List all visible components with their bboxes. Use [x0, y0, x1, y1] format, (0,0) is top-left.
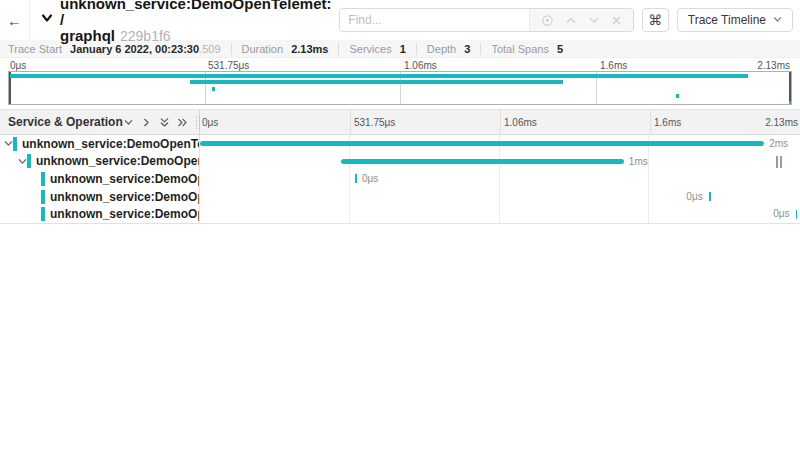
trace-page-header: ← unknown_service:DemoOpenTelemet: / gra… — [0, 0, 800, 40]
grid-line — [650, 110, 651, 134]
span-track[interactable]: 0μs — [200, 170, 797, 188]
summary-item-label: Depth — [427, 43, 459, 55]
summary-item-value: 3 — [464, 43, 470, 55]
span-service-name: unknown_service:DemoOpenTelemet — [36, 154, 200, 168]
service-color-bar — [41, 172, 45, 186]
tick-label: 0μs — [202, 117, 218, 128]
timeline-collapse-controls — [123, 117, 188, 128]
column-title: Service & Operation — [8, 115, 123, 129]
span-bar[interactable] — [355, 174, 357, 183]
minimap-tick-labels: 0μs531.75μs1.06ms1.6ms2.13ms — [8, 60, 792, 71]
summary-item: Total Spans 5 — [491, 43, 563, 55]
trace-collapse-toggle[interactable] — [40, 11, 54, 29]
span-row[interactable]: unknown_service:DemoOpenTelemet /gra… 2m… — [0, 135, 800, 153]
span-name-cell[interactable]: unknown_service:DemoOpenTele… — [0, 188, 200, 206]
span-bar[interactable] — [200, 141, 764, 146]
minimap-span-dot — [789, 101, 792, 105]
command-icon: ⌘ — [648, 12, 662, 28]
chevron-down-icon[interactable] — [18, 157, 27, 166]
span-service-name: unknown_service:DemoOpenTele… — [50, 207, 200, 221]
span-row[interactable]: unknown_service:DemoOpenTele… 0μs — [0, 170, 800, 188]
keyboard-shortcuts-button[interactable]: ⌘ — [642, 8, 669, 32]
span-bar[interactable] — [709, 192, 711, 201]
minimap-right-handle[interactable] — [789, 72, 791, 104]
service-color-bar — [41, 207, 45, 221]
back-arrow-icon: ← — [7, 12, 22, 29]
minimap-span-dot — [676, 94, 679, 98]
span-service-name: unknown_service:DemoOpenTele… — [50, 190, 200, 204]
minimap-span-dot — [212, 87, 215, 91]
minimap-canvas[interactable] — [8, 71, 792, 105]
expand-one-icon[interactable] — [141, 117, 152, 128]
tick-label: 531.75μs — [208, 60, 249, 71]
focus-icon[interactable] — [541, 14, 554, 27]
page-title: unknown_service:DemoOpenTelemet: / graph… — [60, 0, 339, 44]
span-rows: unknown_service:DemoOpenTelemet /gra… 2m… — [0, 135, 800, 224]
summary-item-label: Total Spans — [491, 43, 552, 55]
chevron-down-icon — [773, 13, 782, 27]
collapse-all-icon[interactable] — [159, 117, 170, 128]
span-bar[interactable] — [341, 159, 624, 164]
summary-item-label: Trace Start — [8, 43, 65, 55]
minimap-span-bar — [10, 74, 748, 78]
find-group — [339, 8, 633, 32]
tick-label: 1.06ms — [504, 117, 537, 128]
span-duration-label: 0μs — [686, 192, 702, 202]
trace-view-selector[interactable]: Trace Timeline — [677, 8, 793, 32]
span-duration-label: 0μs — [773, 209, 789, 219]
tick-label: 531.75μs — [354, 117, 395, 128]
tick-label: 1.06ms — [404, 60, 437, 71]
expand-all-icon[interactable] — [177, 117, 188, 128]
find-controls — [530, 9, 633, 31]
span-name-cell[interactable]: unknown_service:DemoOpenTele… — [0, 170, 200, 188]
chevron-down-icon[interactable] — [588, 14, 600, 26]
span-row[interactable]: unknown_service:DemoOpenTele… 0μs — [0, 188, 800, 206]
summary-divider — [480, 43, 481, 55]
summary-item-value: 2.13ms — [291, 43, 328, 55]
summary-item-value: January 6 2022, 00:23:30 — [70, 43, 199, 55]
span-name-cell[interactable]: unknown_service:DemoOpenTelemet /gra… — [0, 135, 200, 153]
span-track[interactable]: 2ms — [200, 135, 797, 153]
back-button[interactable]: ← — [0, 0, 30, 40]
grid-line — [500, 110, 501, 134]
trace-summary: Trace Start January 6 2022, 00:23:30.509… — [0, 40, 800, 58]
summary-item-label: Duration — [242, 43, 287, 55]
tick-label: 2.13ms — [765, 117, 798, 128]
service-operation-header: Service & Operation — [0, 110, 200, 134]
chevron-down-icon[interactable] — [4, 139, 13, 148]
span-duration-label: 0μs — [362, 174, 378, 184]
span-row[interactable]: unknown_service:DemoOpenTelemet … 1ms — [0, 153, 800, 171]
summary-divider — [231, 43, 232, 55]
span-bar[interactable] — [796, 210, 798, 219]
timeline-header-row: Service & Operation 0μs531.75μs1.06ms1.6… — [0, 109, 800, 135]
timeline-ticks-header: 0μs531.75μs1.06ms1.6ms2.13ms — [200, 110, 800, 134]
page-title-line2: graphql — [60, 27, 115, 44]
service-color-bar — [27, 154, 31, 168]
trace-minimap: 0μs531.75μs1.06ms1.6ms2.13ms — [8, 60, 792, 105]
summary-item-value: 1 — [400, 43, 406, 55]
minimap-span-bar — [190, 80, 562, 84]
summary-divider — [338, 43, 339, 55]
span-name-cell[interactable]: unknown_service:DemoOpenTelemet … — [0, 153, 200, 171]
span-duration-label: 2ms — [769, 139, 788, 149]
grid-line — [350, 110, 351, 134]
span-row[interactable]: unknown_service:DemoOpenTele… 0μs — [0, 205, 800, 223]
tick-label: 0μs — [10, 60, 26, 71]
span-name-cell[interactable]: unknown_service:DemoOpenTele… — [0, 205, 200, 223]
span-track[interactable]: 0μs — [200, 188, 797, 206]
service-color-bar — [41, 190, 45, 204]
summary-item-label: Services — [349, 43, 394, 55]
tick-label: 1.6ms — [600, 60, 627, 71]
view-selector-label: Trace Timeline — [688, 13, 766, 27]
collapse-one-icon[interactable] — [123, 117, 134, 128]
page-title-line1: unknown_service:DemoOpenTelemet: / — [60, 0, 339, 28]
summary-item: Services 1 — [349, 43, 405, 55]
span-duration-label: 1ms — [629, 157, 648, 167]
chevron-up-icon[interactable] — [565, 14, 577, 26]
summary-item-suffix: .509 — [199, 43, 220, 55]
span-track[interactable]: 0μs — [200, 205, 797, 223]
close-icon[interactable] — [611, 15, 622, 26]
span-track[interactable]: 1ms — [200, 153, 797, 171]
summary-item-value: 5 — [557, 43, 563, 55]
find-input[interactable] — [340, 9, 529, 31]
